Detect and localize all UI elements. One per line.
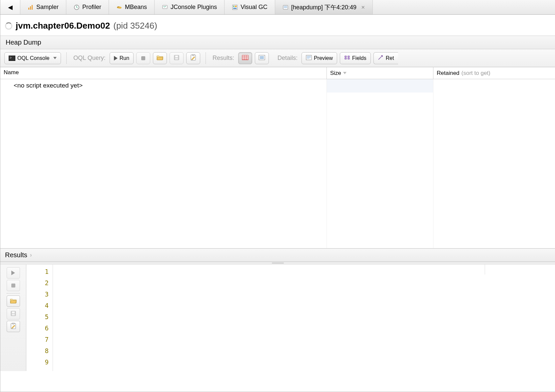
chevron-right-icon: ›: [30, 252, 32, 259]
svg-rect-1: [30, 6, 31, 10]
svg-rect-8: [233, 6, 235, 7]
tab-visual-gc[interactable]: Visual GC: [225, 0, 275, 14]
edit-script-button[interactable]: [186, 52, 200, 64]
tab-jconsole-plugins[interactable]: JConsole Plugins: [155, 0, 225, 14]
svg-rect-26: [12, 323, 14, 324]
tab-label: MBeans: [125, 4, 147, 11]
size-column-content: [327, 79, 433, 248]
table-icon: [242, 55, 249, 62]
line-number: 7: [26, 334, 49, 345]
details-label: Details:: [276, 55, 299, 62]
line-number: 6: [26, 322, 49, 334]
results-table-view-button[interactable]: [238, 52, 252, 64]
preview-button[interactable]: Preview: [301, 52, 337, 64]
svg-rect-12: [284, 6, 287, 7]
close-icon[interactable]: ✕: [361, 5, 365, 10]
references-label: Ret: [386, 55, 394, 61]
oql-editor[interactable]: [53, 265, 555, 371]
svg-point-5: [118, 7, 122, 9]
nav-back-button[interactable]: ◀: [0, 0, 20, 14]
editor-edit-button[interactable]: [7, 321, 20, 332]
clipboard-edit-icon: [190, 54, 196, 62]
fields-label: Fields: [352, 55, 366, 61]
tab-profiler[interactable]: Profiler: [66, 0, 109, 14]
editor-run-button[interactable]: [7, 267, 20, 279]
editor-divider: [485, 265, 485, 275]
fields-button[interactable]: Fields: [340, 52, 371, 64]
sort-descending-icon: [343, 72, 346, 74]
loading-spinner-icon: [5, 22, 12, 30]
column-size-label: Size: [330, 70, 341, 77]
svg-rect-21: [306, 55, 311, 60]
column-name-header[interactable]: Name: [0, 67, 327, 79]
tab-heapdump[interactable]: [heapdump] 下午4:20:49 ✕: [275, 0, 373, 14]
svg-rect-18: [192, 54, 194, 56]
svg-rect-23: [12, 311, 15, 313]
svg-rect-16: [175, 58, 178, 60]
column-retained-label: Retained: [437, 70, 459, 77]
save-icon: [174, 55, 180, 62]
separator: [66, 53, 67, 64]
line-number: 2: [26, 277, 49, 289]
line-number: 3: [26, 289, 49, 300]
save-icon: [10, 310, 16, 317]
clock-icon: [74, 4, 80, 10]
results-label: Results:: [211, 55, 236, 62]
run-label: Run: [120, 55, 129, 61]
svg-rect-9: [235, 6, 237, 7]
preview-icon: [306, 55, 312, 62]
heapdump-icon: [282, 4, 288, 10]
line-number: 8: [26, 345, 49, 356]
column-retained-header[interactable]: Retained (sort to get): [433, 67, 555, 79]
run-button[interactable]: Run: [110, 52, 134, 64]
sampler-icon: [28, 4, 34, 10]
chevron-down-icon: [53, 57, 57, 59]
separator: [7, 293, 20, 294]
stop-button[interactable]: [136, 52, 150, 64]
column-name-label: Name: [4, 69, 19, 76]
editor-open-button[interactable]: [7, 295, 20, 307]
tab-sampler[interactable]: Sampler: [20, 0, 66, 14]
svg-rect-2: [32, 5, 33, 10]
terminal-icon: [9, 56, 15, 61]
dropdown-label: OQL Console: [17, 55, 49, 61]
editor-save-button[interactable]: [7, 308, 20, 319]
separator: [206, 53, 206, 64]
oql-query-label: OQL Query:: [72, 55, 107, 62]
monitor-icon: [162, 4, 168, 10]
process-name: jvm.chapter06.Demo02: [16, 21, 110, 31]
save-button[interactable]: [170, 52, 184, 64]
oql-console-dropdown[interactable]: OQL Console: [4, 52, 61, 64]
column-size-header[interactable]: Size: [327, 67, 433, 79]
folder-open-icon: [157, 55, 163, 62]
tab-mbeans[interactable]: MBeans: [109, 0, 155, 14]
name-column-content: <no script executed yet>: [0, 79, 327, 248]
editor-stop-button[interactable]: [7, 280, 20, 291]
tab-label: Sampler: [36, 4, 59, 11]
line-number-gutter: 1 2 3 4 5 6 7 8 9: [26, 265, 53, 371]
play-icon: [11, 271, 15, 275]
line-number: 5: [26, 311, 49, 322]
references-icon: [378, 55, 384, 62]
page-title: jvm.chapter06.Demo02 (pid 35246): [0, 15, 555, 36]
line-number: 1: [26, 266, 49, 277]
retained-column-content: [433, 79, 555, 248]
svg-rect-10: [233, 8, 237, 9]
play-icon: [114, 56, 118, 61]
results-section-header[interactable]: Results ›: [0, 248, 555, 262]
references-button[interactable]: Ret: [373, 52, 398, 64]
results-list-view-button[interactable]: [255, 52, 269, 64]
stop-icon: [141, 56, 145, 60]
tab-label: Visual GC: [241, 4, 268, 11]
svg-rect-13: [284, 7, 287, 8]
heap-dump-heading: Heap Dump: [0, 36, 555, 49]
beans-icon: [116, 4, 122, 10]
process-pid: (pid 35246): [113, 21, 157, 31]
horizontal-splitter[interactable]: [0, 262, 555, 265]
svg-rect-15: [175, 56, 178, 57]
clipboard-edit-icon: [10, 323, 16, 330]
open-button[interactable]: [153, 52, 167, 64]
line-number: 4: [26, 300, 49, 311]
line-number: 9: [26, 356, 49, 368]
folder-open-icon: [10, 298, 17, 304]
